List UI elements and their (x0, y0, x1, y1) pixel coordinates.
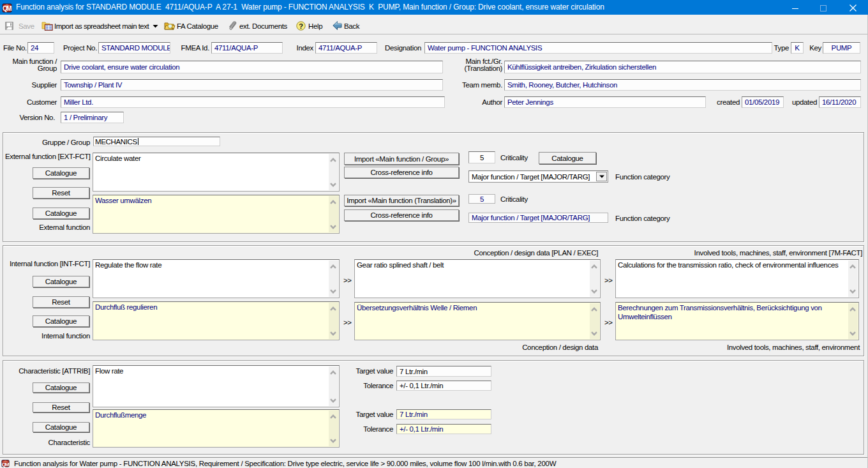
svg-text:M: M (6, 5, 11, 12)
svg-text:M: M (5, 462, 10, 467)
svg-text:?: ? (299, 22, 303, 30)
